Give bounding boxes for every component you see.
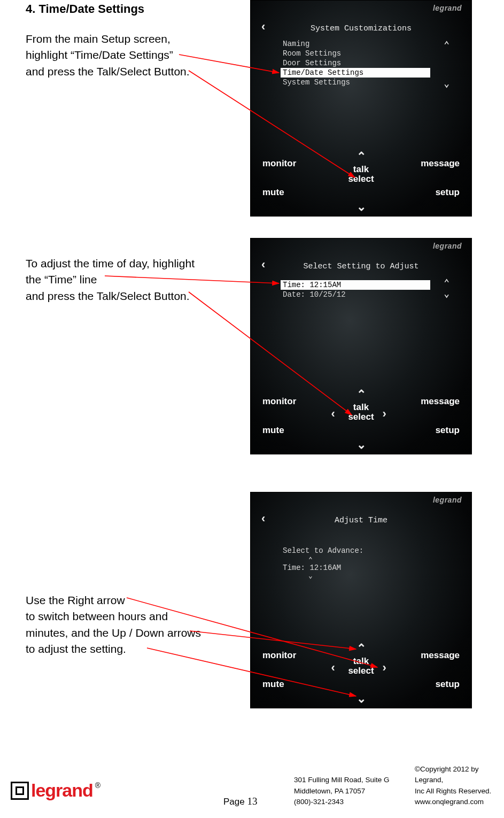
talk-label: talk — [353, 656, 369, 666]
right-arrow-icon[interactable]: › — [383, 407, 386, 421]
scroll-up-icon[interactable]: ⌃ — [444, 39, 449, 51]
setup-button[interactable]: setup — [436, 679, 460, 690]
monitor-button[interactable]: monitor — [262, 650, 296, 661]
adjust-value[interactable]: Time: 12:16AM — [281, 563, 430, 573]
down-arrow-icon[interactable]: ⌄ — [356, 692, 366, 706]
instruction-2-line: To adjust the time of day, highlight — [26, 256, 229, 272]
up-arrow-icon[interactable]: ⌃ — [356, 388, 366, 402]
field-down-icon[interactable]: ⌄ — [308, 572, 313, 580]
menu-item-selected[interactable]: Time/Date Settings — [281, 68, 430, 78]
up-arrow-icon[interactable]: ⌃ — [356, 150, 366, 164]
device-screenshot-2: legrand ‹ Select Setting to Adjust Time:… — [250, 238, 472, 454]
adjust-prompt: Select to Advance: — [281, 546, 430, 555]
copyright-line: ©Copyright 2012 by Legrand, — [415, 764, 504, 786]
menu-item[interactable]: Naming — [281, 39, 430, 49]
page-label: Page — [223, 797, 247, 807]
device-screen-title: Select Setting to Adjust — [251, 262, 471, 271]
copyright-line: www.onqlegrand.com — [415, 797, 504, 807]
logo-text: legrand — [31, 780, 93, 801]
setup-button[interactable]: setup — [436, 425, 460, 436]
device-controls: monitor message mute setup ⌃ ⌄ ‹ › talk … — [251, 638, 471, 708]
left-arrow-icon[interactable]: ‹ — [331, 407, 335, 421]
select-label: select — [348, 412, 374, 422]
talk-label: talk — [353, 402, 369, 412]
mute-button[interactable]: mute — [262, 425, 284, 436]
setup-button[interactable]: setup — [436, 187, 460, 198]
device-controls: monitor message mute setup ⌃ ⌄ ‹ › talk … — [251, 384, 471, 454]
address-line: 301 Fulling Mill Road, Suite G — [294, 775, 390, 785]
legrand-logo: legrand ® — [11, 780, 100, 801]
device-controls: monitor message mute setup ⌃ ⌄ talk sele… — [251, 146, 471, 216]
menu-list: Time: 12:15AM Date: 10/25/12 ⌃ ⌄ — [281, 280, 430, 299]
device-brand-label: legrand — [433, 496, 462, 504]
menu-item[interactable]: System Settings — [281, 78, 430, 87]
scroll-down-icon[interactable]: ⌄ — [444, 288, 449, 299]
talk-select-button[interactable]: talk select — [348, 403, 374, 422]
down-arrow-icon[interactable]: ⌄ — [356, 438, 366, 452]
down-arrow-icon[interactable]: ⌄ — [356, 200, 366, 214]
instruction-3-line: Use the Right arrow — [26, 592, 229, 608]
page-number: Page 13 — [223, 796, 257, 807]
page-number-value: 13 — [247, 796, 257, 807]
talk-label: talk — [353, 164, 369, 174]
monitor-button[interactable]: monitor — [262, 396, 296, 407]
message-button[interactable]: message — [421, 158, 460, 169]
instruction-2-line: and press the Talk/Select Button. — [26, 288, 229, 304]
message-button[interactable]: message — [421, 650, 460, 661]
instruction-2-line: the “Time” line — [26, 272, 229, 288]
instruction-1-line: and press the Talk/Select Button. — [26, 64, 229, 80]
copyright-line: Inc All Rights Reserved. — [415, 786, 504, 797]
scroll-down-icon[interactable]: ⌄ — [444, 78, 449, 89]
logo-square-icon — [11, 782, 29, 800]
registered-icon: ® — [95, 781, 100, 790]
device-brand-label: legrand — [433, 242, 462, 250]
select-label: select — [348, 666, 374, 676]
device-screenshot-3: legrand ‹ Adjust Time Select to Advance:… — [250, 492, 472, 708]
instruction-1-line: highlight “Time/Date Settings” — [26, 47, 229, 63]
field-up-icon[interactable]: ⌃ — [308, 555, 313, 564]
address-line: (800)-321-2343 — [294, 797, 390, 807]
adjust-panel: Select to Advance: ⌃ Time: 12:16AM ⌄ — [281, 546, 430, 573]
message-button[interactable]: message — [421, 396, 460, 407]
device-screenshot-1: legrand ‹ System Customizations Naming R… — [250, 0, 472, 217]
menu-list: Naming Room Settings Door Settings Time/… — [281, 39, 430, 87]
left-arrow-icon[interactable]: ‹ — [331, 661, 335, 675]
instruction-3-line: minutes, and the Up / Down arrows — [26, 625, 229, 641]
page-footer: legrand ® Page 13 301 Fulling Mill Road,… — [0, 763, 504, 812]
device-screen-title: Adjust Time — [251, 516, 471, 525]
mute-button[interactable]: mute — [262, 187, 284, 198]
menu-item[interactable]: Room Settings — [281, 49, 430, 58]
device-screen-title: System Customizations — [251, 24, 471, 33]
menu-item[interactable]: Date: 10/25/12 — [281, 290, 430, 299]
scroll-up-icon[interactable]: ⌃ — [444, 277, 449, 289]
instruction-3-line: to switch between hours and — [26, 608, 229, 624]
select-label: select — [348, 174, 374, 184]
talk-select-button[interactable]: talk select — [348, 165, 374, 184]
talk-select-button[interactable]: talk select — [348, 657, 374, 676]
address-line: Middletown, PA 17057 — [294, 786, 390, 797]
menu-item-selected[interactable]: Time: 12:15AM — [281, 280, 430, 290]
right-arrow-icon[interactable]: › — [383, 661, 386, 675]
up-arrow-icon[interactable]: ⌃ — [356, 642, 366, 655]
monitor-button[interactable]: monitor — [262, 158, 296, 169]
footer-copyright: ©Copyright 2012 by Legrand, Inc All Righ… — [415, 764, 504, 807]
instruction-1-line: From the main Setup screen, — [26, 31, 229, 47]
menu-item[interactable]: Door Settings — [281, 58, 430, 68]
section-heading: 4. Time/Date Settings — [26, 2, 229, 16]
instruction-3-line: to adjust the setting. — [26, 641, 229, 657]
footer-address: 301 Fulling Mill Road, Suite G Middletow… — [294, 775, 390, 807]
device-brand-label: legrand — [433, 4, 462, 12]
mute-button[interactable]: mute — [262, 679, 284, 690]
